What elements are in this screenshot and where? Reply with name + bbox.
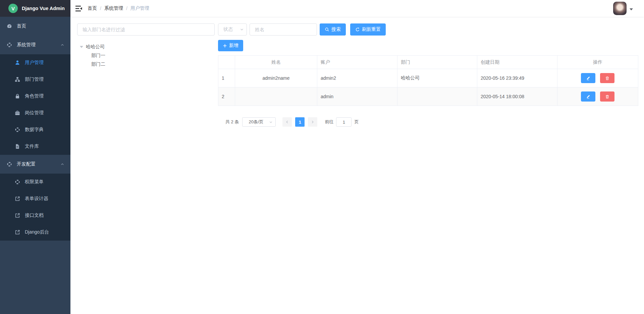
chevron-up-icon — [60, 162, 64, 166]
trash-icon — [605, 76, 609, 80]
trash-icon — [605, 95, 609, 99]
sidebar-item-label: 权限菜单 — [25, 179, 44, 185]
refresh-reset-button[interactable]: 刷新重置 — [350, 23, 386, 36]
caret-down-icon[interactable] — [80, 46, 83, 48]
user-avatar[interactable] — [613, 2, 627, 15]
column-created: 创建日期 — [477, 56, 557, 69]
page-content: 哈哈公司 部门一 部门二 状态 — [70, 17, 644, 127]
tree-node-label: 哈哈公司 — [86, 44, 105, 50]
refresh-icon — [355, 27, 360, 32]
edit-button[interactable] — [581, 91, 595, 102]
sidebar-item-label: 接口文档 — [25, 212, 44, 218]
app-root: V Django Vue Admin 首页 系统管理 用户管理 部门 — [0, 0, 644, 314]
breadcrumb-system-mgmt[interactable]: 系统管理 — [104, 5, 123, 11]
cell-dept — [397, 87, 477, 106]
sidebar-item-user-mgmt[interactable]: 用户管理 — [0, 54, 70, 71]
sidebar-item-django-admin[interactable]: Django后台 — [0, 224, 70, 241]
tree-node-label: 部门二 — [91, 61, 105, 67]
table-row: 2 admin 2020-05-14 18:00:08 — [218, 87, 638, 106]
filter-row: 状态 搜索 刷新重置 — [218, 23, 638, 36]
pagination-goto-label: 前往 — [325, 119, 333, 125]
table-row: 1 admin2name admin2 哈哈公司 2020-05-16 23:3… — [218, 69, 638, 87]
sidebar-submenu-system: 用户管理 部门管理 角色管理 岗位管理 数据字典 — [0, 54, 70, 155]
sidebar-item-label: 用户管理 — [25, 60, 44, 66]
user-table: 姓名 账户 部门 创建日期 操作 1 admin2name admin2 哈哈公 — [218, 55, 638, 106]
add-button[interactable]: 新增 — [218, 40, 243, 51]
pencil-icon — [586, 95, 590, 99]
user-panel: 状态 搜索 刷新重置 新增 — [218, 23, 638, 127]
config-icon — [7, 162, 12, 167]
breadcrumb-separator: / — [100, 6, 101, 11]
tree-node-company[interactable]: 哈哈公司 — [77, 43, 215, 51]
page-size-select[interactable]: 20条/页 — [242, 117, 276, 127]
sidebar-item-post-mgmt[interactable]: 岗位管理 — [0, 105, 70, 121]
sidebar-item-permission-menu[interactable]: 权限菜单 — [0, 174, 70, 190]
department-filter-input[interactable] — [77, 23, 215, 36]
sidebar-item-data-dict[interactable]: 数据字典 — [0, 121, 70, 138]
sidebar-item-form-designer[interactable]: 表单设计器 — [0, 190, 70, 207]
cell-index: 2 — [218, 87, 235, 106]
sidebar-menu: 首页 系统管理 用户管理 部门管理 角色管理 — [0, 17, 70, 241]
sidebar-item-label: 表单设计器 — [25, 196, 48, 202]
external-link-icon — [15, 196, 20, 201]
component-icon — [7, 42, 12, 48]
tree-node-dept2[interactable]: 部门二 — [77, 60, 215, 69]
sidebar-item-file-library[interactable]: 文件库 — [0, 138, 70, 155]
hamburger-icon[interactable] — [75, 6, 82, 11]
edit-button[interactable] — [581, 73, 595, 83]
file-icon — [15, 144, 20, 149]
breadcrumb-separator: / — [126, 6, 127, 11]
column-dept: 部门 — [397, 56, 477, 69]
cell-actions — [557, 69, 638, 87]
main-area: 首页 / 系统管理 / 用户管理 哈哈公司 — [70, 0, 644, 314]
sidebar-group-label: 系统管理 — [17, 42, 36, 48]
sidebar-item-label: 文件库 — [25, 143, 39, 149]
search-button[interactable]: 搜索 — [320, 23, 346, 36]
sidebar-submenu-devconfig: 权限菜单 表单设计器 接口文档 Django后台 — [0, 174, 70, 241]
pagination: 共 2 条 20条/页 1 前往 页 — [218, 117, 638, 127]
briefcase-icon — [15, 110, 20, 116]
status-select[interactable]: 状态 — [218, 23, 247, 36]
breadcrumb-home[interactable]: 首页 — [88, 5, 97, 11]
sidebar-item-label: Django后台 — [25, 229, 49, 235]
dict-icon — [15, 127, 20, 132]
next-page-button[interactable] — [308, 117, 317, 127]
sidebar-item-label: 数据字典 — [25, 127, 44, 133]
sidebar-item-api-docs[interactable]: 接口文档 — [0, 207, 70, 224]
user-icon — [15, 60, 20, 65]
menu-icon — [15, 179, 20, 185]
sidebar-item-dept-mgmt[interactable]: 部门管理 — [0, 71, 70, 88]
caret-down-icon[interactable] — [630, 8, 633, 10]
table-header-row: 姓名 账户 部门 创建日期 操作 — [218, 56, 638, 69]
sidebar-item-label: 岗位管理 — [25, 110, 44, 116]
tree-node-dept1[interactable]: 部门一 — [77, 51, 215, 60]
sidebar-group-system[interactable]: 系统管理 — [0, 36, 70, 54]
delete-button[interactable] — [600, 91, 614, 102]
app-logo-icon: V — [8, 4, 18, 13]
sidebar: V Django Vue Admin 首页 系统管理 用户管理 部门 — [0, 0, 70, 314]
delete-button[interactable] — [600, 73, 614, 83]
goto-page-input[interactable] — [336, 117, 352, 127]
cell-dept: 哈哈公司 — [397, 69, 477, 87]
sidebar-group-devconfig[interactable]: 开发配置 — [0, 155, 70, 174]
pencil-icon — [586, 76, 590, 80]
app-title: Django Vue Admin — [22, 6, 65, 11]
chevron-right-icon — [311, 120, 315, 124]
column-account: 账户 — [317, 56, 397, 69]
sidebar-item-label: 首页 — [17, 23, 26, 29]
breadcrumb: 首页 / 系统管理 / 用户管理 — [88, 5, 149, 11]
cell-name: admin2name — [235, 69, 317, 87]
prev-page-button[interactable] — [282, 117, 292, 127]
name-filter-input[interactable] — [250, 23, 317, 36]
sidebar-item-role-mgmt[interactable]: 角色管理 — [0, 88, 70, 105]
sidebar-item-home[interactable]: 首页 — [0, 17, 70, 36]
search-icon — [325, 27, 329, 32]
column-index — [218, 56, 235, 69]
chevron-up-icon — [60, 43, 64, 47]
chevron-left-icon — [285, 120, 289, 124]
cell-created: 2020-05-16 23:39:49 — [477, 69, 557, 87]
app-logo[interactable]: V Django Vue Admin — [0, 0, 70, 17]
lock-icon — [15, 93, 20, 99]
cell-account: admin — [317, 87, 397, 106]
page-number-button[interactable]: 1 — [295, 117, 305, 127]
